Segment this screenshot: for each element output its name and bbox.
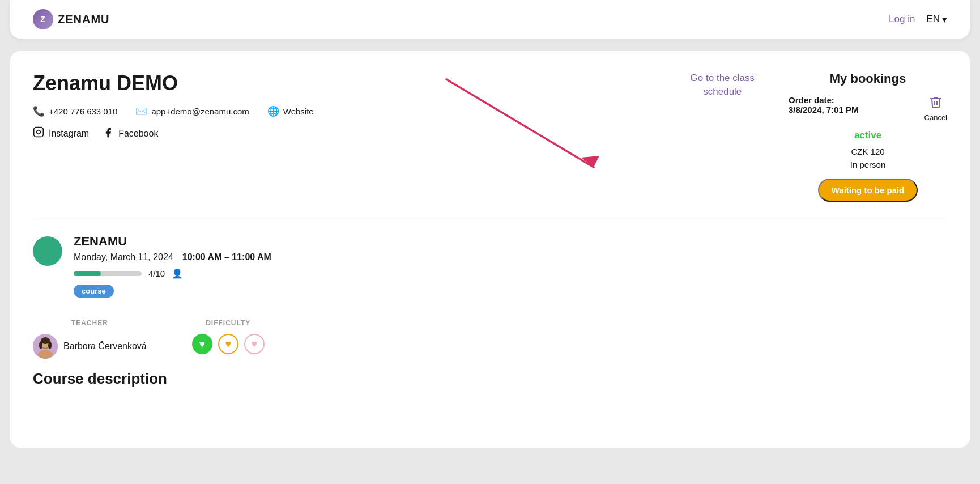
difficulty-heart-1: ♥ — [192, 334, 212, 354]
svg-point-11 — [48, 341, 52, 349]
phone-number: +420 776 633 010 — [49, 107, 117, 116]
nav-right: Log in EN ▾ — [889, 14, 947, 26]
class-section: ZENAMU Monday, March 11, 2024 10:00 AM –… — [33, 234, 947, 298]
difficulty-heart-3: ♥ — [244, 334, 265, 354]
schedule-link[interactable]: Go to the class schedule — [691, 71, 755, 99]
status-badge: active — [789, 130, 947, 141]
booking-card: Order date: 3/8/2024, 7:01 PM — [789, 95, 947, 202]
difficulty-column: DIFFICULTY ♥ ♥ ♥ — [192, 319, 265, 359]
svg-point-4 — [41, 129, 41, 130]
email-address: app+demo@zenamu.com — [151, 107, 249, 116]
schedule-link-line2: schedule — [703, 86, 742, 97]
main-card: Zenamu DEMO 📞 +420 776 633 010 ✉️ app+de… — [10, 51, 970, 448]
class-time-row: Monday, March 11, 2024 10:00 AM – 11:00 … — [74, 252, 947, 262]
divider — [33, 218, 947, 218]
waiting-to-be-paid-button[interactable]: Waiting to be paid — [818, 179, 918, 202]
teacher-difficulty-row: TEACHER Barbora Červenková — [33, 313, 947, 359]
website-link: Website — [283, 107, 314, 116]
studio-info: Zenamu DEMO 📞 +420 776 633 010 ✉️ app+de… — [33, 71, 691, 141]
logo-text: ZENAMU — [58, 13, 110, 26]
class-studio-name: ZENAMU — [74, 234, 947, 249]
logo-icon: Z — [33, 9, 53, 29]
difficulty-heart-2: ♥ — [218, 334, 238, 354]
teacher-info: Barbora Červenková — [33, 334, 147, 359]
cancel-label: Cancel — [924, 113, 947, 122]
teacher-avatar — [33, 334, 58, 359]
email-icon: ✉️ — [135, 105, 147, 117]
facebook-link[interactable]: Facebook — [103, 127, 158, 141]
capacity-progress-bar — [74, 271, 142, 276]
chevron-down-icon: ▾ — [942, 14, 947, 26]
difficulty-section-label: DIFFICULTY — [206, 319, 250, 327]
capacity-fill — [74, 271, 101, 276]
top-navigation: Z ZENAMU Log in EN ▾ — [10, 0, 970, 39]
logo: Z ZENAMU — [33, 9, 110, 29]
cancel-button[interactable]: Cancel — [924, 95, 947, 122]
difficulty-icons: ♥ ♥ ♥ — [192, 334, 265, 354]
svg-rect-2 — [34, 128, 44, 137]
phone-icon: 📞 — [33, 105, 45, 117]
studio-name: Zenamu DEMO — [33, 71, 691, 95]
globe-icon: 🌐 — [267, 105, 279, 117]
capacity-text: 4/10 — [148, 269, 165, 278]
order-date-label: Order date: — [789, 95, 858, 105]
teacher-column: TEACHER Barbora Červenková — [33, 319, 147, 359]
course-description-title: Course description — [33, 370, 947, 388]
contact-row: 📞 +420 776 633 010 ✉️ app+demo@zenamu.co… — [33, 105, 691, 117]
schedule-link-line1: Go to the class — [691, 73, 755, 83]
bookings-panel: My bookings Order date: 3/8/2024, 7:01 P… — [789, 71, 947, 202]
trash-icon — [929, 95, 943, 112]
class-date: Monday, March 11, 2024 — [74, 252, 173, 262]
class-details: ZENAMU Monday, March 11, 2024 10:00 AM –… — [74, 234, 947, 298]
phone-contact: 📞 +420 776 633 010 — [33, 105, 117, 117]
teacher-section-label: TEACHER — [71, 319, 108, 327]
lang-label: EN — [926, 14, 940, 25]
price-text: CZK 120 — [789, 147, 947, 156]
instagram-icon — [33, 126, 44, 141]
order-date-info: Order date: 3/8/2024, 7:01 PM — [789, 95, 858, 114]
social-row: Instagram Facebook — [33, 126, 691, 141]
order-date-value: 3/8/2024, 7:01 PM — [789, 105, 858, 114]
website-contact[interactable]: 🌐 Website — [267, 105, 314, 117]
login-button[interactable]: Log in — [889, 14, 915, 25]
class-avatar — [33, 236, 62, 266]
bookings-title: My bookings — [789, 71, 947, 86]
course-type-badge: course — [74, 285, 114, 298]
teacher-name: Barbora Červenková — [63, 341, 147, 351]
instagram-link[interactable]: Instagram — [33, 126, 89, 141]
facebook-icon — [103, 127, 114, 141]
top-section: Zenamu DEMO 📞 +420 776 633 010 ✉️ app+de… — [33, 71, 947, 202]
order-date-row: Order date: 3/8/2024, 7:01 PM — [789, 95, 947, 122]
class-time: 10:00 AM – 11:00 AM — [182, 252, 271, 262]
facebook-label: Facebook — [118, 129, 158, 139]
person-icon: 👤 — [172, 268, 183, 279]
location-text: In person — [789, 160, 947, 169]
svg-point-3 — [37, 130, 41, 134]
capacity-row: 4/10 👤 — [74, 268, 947, 279]
language-selector[interactable]: EN ▾ — [926, 14, 947, 26]
svg-point-10 — [39, 341, 42, 349]
instagram-label: Instagram — [49, 129, 89, 139]
email-contact: ✉️ app+demo@zenamu.com — [135, 105, 249, 117]
